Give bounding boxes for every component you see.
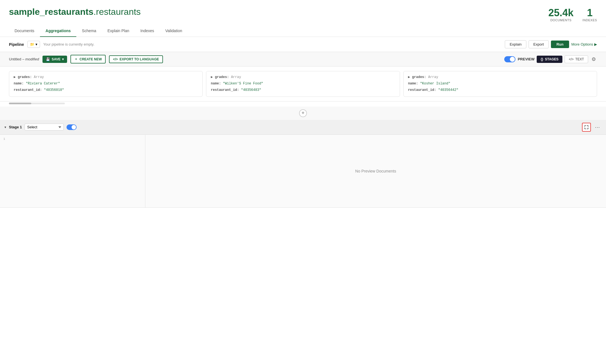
stage-controls-left: Untitled – modified 💾 SAVE ▾ ＋ CREATE NE… [9,55,163,63]
create-new-button[interactable]: ＋ CREATE NEW [70,55,106,63]
pipeline-toolbar: Pipeline 📁 ▾ Your pipeline is currently … [0,37,606,52]
documents-label: DOCUMENTS [548,18,574,22]
more-options-button[interactable]: More Options ▶ [571,42,597,46]
stage-1: ▾ Stage 1 Select $match $group $project … [0,120,606,208]
run-button[interactable]: Run [551,41,569,48]
stage-header-right: ⋯ [582,123,602,132]
expand-stage-button[interactable] [582,123,591,132]
doc-field-name-2: name: "Wilken'S Fine Food" [211,81,395,86]
page-header: sample_restaurants.restaurants 25.4k DOC… [0,0,606,22]
text-view-button[interactable]: </> TEXT [565,55,588,63]
stage-number-label: Stage 1 [9,125,22,129]
doc-field-restid-3: restaurant_id: "40356442" [408,88,592,93]
stage-controls-right: PREVIEW {} STAGES </> TEXT ⚙ [504,55,597,63]
stages-label: STAGES [545,57,558,61]
pipeline-label: Pipeline [9,42,24,47]
preview-toggle-wrapper: PREVIEW [504,56,534,62]
tab-aggregations[interactable]: Aggregations [40,25,76,37]
stage-controls-bar: Untitled – modified 💾 SAVE ▾ ＋ CREATE NE… [0,52,606,67]
export-language-button[interactable]: </> EXPORT TO LANGUAGE [109,55,163,63]
text-label: TEXT [575,57,584,61]
code-icon: </> [113,57,118,61]
document-card-3: ▶ grades: Array name: "Kosher Island" re… [403,71,597,97]
pipeline-left: Pipeline 📁 ▾ Your pipeline is currently … [9,41,94,48]
settings-button[interactable]: ⚙ [590,55,597,63]
scrollbar-thumb [9,103,31,104]
stage-operator-select[interactable]: Select $match $group $project $sort $lim… [25,124,64,131]
stage-1-header: ▾ Stage 1 Select $match $group $project … [0,120,606,135]
doc-field-grades-1: ▶ grades: Array [14,75,198,80]
editor-line-1: 1 [1,137,144,141]
collection-title: sample_restaurants.restaurants [9,7,141,17]
save-icon: 💾 [46,57,50,61]
more-options-label: More Options [571,42,593,46]
tab-explain[interactable]: Explain Plan [102,25,135,37]
expand-icon [584,125,588,129]
text-code-icon: </> [569,57,574,61]
chevron-right-icon: ▶ [594,42,597,46]
collection-stats: 25.4k DOCUMENTS 1 INDEXES [548,7,597,22]
stage-header-left: ▾ Stage 1 Select $match $group $project … [4,124,77,131]
doc-field-grades-3: ▶ grades: Array [408,75,592,80]
stage-content: 1 No Preview Documents [0,135,606,207]
database-name: sample_restaurants [9,7,93,17]
scrollbar-track [9,103,65,104]
doc-field-name-1: name: "Riviera Caterer" [14,81,198,86]
preview-label: PREVIEW [518,57,534,61]
pipeline-name: Untitled – modified [9,57,39,61]
indexes-count: 1 [583,8,597,18]
tab-documents[interactable]: Documents [9,25,40,37]
export-button[interactable]: Export [529,40,549,48]
documents-count: 25.4k [548,8,574,18]
stage-more-button[interactable]: ⋯ [593,123,602,131]
line-number: 1 [3,137,10,141]
doc-field-restid-1: restaurant_id: "40356018" [14,88,198,93]
doc-field-restid-2: restaurant_id: "40356483" [211,88,395,93]
save-button[interactable]: 💾 SAVE ▾ [42,56,67,63]
stage-editor[interactable]: 1 [0,135,145,207]
indexes-stat: 1 INDEXES [583,8,597,22]
separator: . [93,7,96,17]
tab-indexes[interactable]: Indexes [135,25,160,37]
documents-stat: 25.4k DOCUMENTS [548,8,574,22]
pipeline-empty-message: Your pipeline is currently empty. [43,42,94,46]
braces-icon: {} [541,57,543,61]
document-card-1: ▶ grades: Array name: "Riviera Caterer" … [9,71,203,97]
tab-schema[interactable]: Schema [76,25,102,37]
folder-icon: 📁 [30,42,34,46]
pipeline-modified-label: – modified [22,57,39,61]
pipeline-title: Untitled [9,57,21,61]
add-stage-button[interactable]: + [299,109,307,117]
documents-preview-area: ▶ grades: Array name: "Riviera Caterer" … [0,67,606,101]
create-new-label: CREATE NEW [79,57,102,61]
indexes-label: INDEXES [583,18,597,22]
stage-collapse-button[interactable]: ▾ [4,125,6,129]
doc-field-name-3: name: "Kosher Island" [408,81,592,86]
no-preview-message: No Preview Documents [355,169,396,173]
stage-preview: No Preview Documents [145,135,606,207]
pipeline-folder-button[interactable]: 📁 ▾ [27,41,40,48]
document-card-2: ▶ grades: Array name: "Wilken'S Fine Foo… [206,71,400,97]
tab-validation[interactable]: Validation [160,25,188,37]
add-stage-row: + [0,107,606,120]
horizontal-scrollbar[interactable] [0,101,606,107]
explain-button[interactable]: Explain [505,40,526,48]
save-label: SAVE [52,57,61,61]
pipeline-right: Explain Export Run More Options ▶ [505,40,597,48]
doc-field-grades-2: ▶ grades: Array [211,75,395,80]
chevron-down-icon: ▾ [35,42,37,46]
save-chevron-icon: ▾ [62,57,64,61]
preview-toggle[interactable] [504,56,515,62]
collection-name: restaurants [96,7,141,17]
stage-toggle[interactable] [67,124,77,130]
stages-button[interactable]: {} STAGES [537,56,562,63]
collection-tabs: Documents Aggregations Schema Explain Pl… [0,25,606,37]
export-lang-label: EXPORT TO LANGUAGE [120,57,159,61]
plus-icon: ＋ [74,57,78,62]
